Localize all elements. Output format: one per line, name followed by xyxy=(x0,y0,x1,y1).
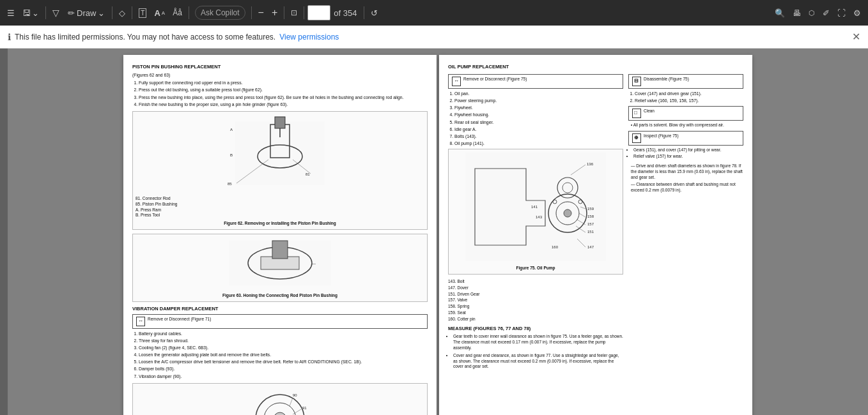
infobar-close-button[interactable]: ✕ xyxy=(852,32,860,42)
svg-text:90: 90 xyxy=(293,393,297,397)
separator-8 xyxy=(364,6,364,19)
subscript-icon: A xyxy=(162,10,165,16)
draw-button[interactable]: ✏ Draw ⌄ xyxy=(64,6,109,20)
step-item: Flywheel. xyxy=(454,105,623,110)
draw-filter-icon-btn[interactable]: ▽ xyxy=(49,5,63,20)
measure-dash-items: — Drive and driven shaft diameters as sh… xyxy=(628,163,743,193)
rotate-button[interactable]: ↺ xyxy=(368,6,381,20)
step-item: Idle gear A. xyxy=(454,126,623,132)
infobar: ℹ This file has limited permissions. You… xyxy=(0,26,868,49)
fit-page-icon: ⊡ xyxy=(291,8,297,17)
svg-text:91: 91 xyxy=(302,406,307,410)
figure-62-box: A B 85 81 81. Connector Rod 85. Piston P… xyxy=(132,111,428,230)
settings-button[interactable]: ⚙ xyxy=(850,6,864,20)
remove-disconnect-box: ↔ Remove or Disconnect (Figure 71) xyxy=(132,314,428,329)
print-button[interactable]: 🖶 xyxy=(789,6,804,20)
fig62-caption: Figure 62. Removing or Installing the Pi… xyxy=(133,221,427,227)
ask-copilot-label: Ask Copilot xyxy=(201,8,240,17)
inspect-item: Gears (151), and cover (147) for pitting… xyxy=(633,147,743,153)
step-item: Power steering pump. xyxy=(454,98,623,103)
search-button[interactable]: 🔍 xyxy=(771,6,788,20)
svg-text:157: 157 xyxy=(587,222,594,226)
heading-piston-pin: PISTON PIN BUSHING REPLACEMENT xyxy=(132,64,428,70)
pages-area[interactable]: PISTON PIN BUSHING REPLACEMENT (Figures … xyxy=(8,49,868,415)
clean-note: • All parts is solvent. Blow dry with co… xyxy=(631,123,743,128)
svg-text:143: 143 xyxy=(536,215,543,219)
fig62-parts: 81. Connector Rod 85. Piston Pin Bushing… xyxy=(133,195,427,220)
svg-point-16 xyxy=(256,395,304,415)
print-icon: 🖶 xyxy=(793,8,801,18)
svg-text:147: 147 xyxy=(587,245,594,249)
step-item: Finish the new bushing to the proper siz… xyxy=(139,102,428,107)
info-icon: ℹ xyxy=(8,32,11,42)
save2-button[interactable]: ✐ xyxy=(819,6,833,20)
save-chevron: ⌄ xyxy=(32,8,39,18)
svg-line-22 xyxy=(290,398,293,406)
piston-pin-steps: Fully support the connecting rod upper e… xyxy=(132,80,428,107)
svg-point-18 xyxy=(274,412,286,415)
font-aa-icon: Åå xyxy=(173,8,182,17)
remove-icon: ↔ xyxy=(136,317,145,326)
share-button[interactable]: ⬡ xyxy=(805,6,818,20)
separator-1 xyxy=(45,6,46,19)
sidebar-toggle[interactable] xyxy=(0,49,8,415)
ask-copilot-button[interactable]: Ask Copilot xyxy=(195,6,245,20)
fit-page-button[interactable]: ⊡ xyxy=(288,6,300,20)
figure-63-box: — Figure 63. Honing the Connecting Rod P… xyxy=(132,234,428,302)
measure-item: Gear teeth to cover inner wall clearance… xyxy=(453,334,623,351)
heading-piston-sub: (Figures 62 and 63) xyxy=(132,72,428,78)
highlight-icon: ◇ xyxy=(119,8,125,18)
font-a-icon: A xyxy=(154,8,160,18)
remove-label: Remove or Disconnect (Figure 71) xyxy=(148,317,211,322)
heading-measure: Measure (Figures 76, 77 and 78) xyxy=(448,326,623,332)
left-page: PISTON PIN BUSHING REPLACEMENT (Figures … xyxy=(123,55,437,415)
measure-item: Cover and gear end clearance, as shown i… xyxy=(453,353,623,370)
separator-4 xyxy=(189,6,189,19)
infobar-message: This file has limited permissions. You m… xyxy=(15,33,275,42)
svg-text:159: 159 xyxy=(587,207,594,211)
oil-remove-icon: ↔ xyxy=(452,77,461,86)
step-item: Three stay for fan shroud. xyxy=(139,338,428,343)
separator-5 xyxy=(251,6,252,19)
step-item: Loosen the generator adjusting plate bol… xyxy=(139,352,428,358)
fig63-caption: Figure 63. Honing the Connecting Rod Pis… xyxy=(133,293,427,299)
measure-list: Gear teeth to cover inner wall clearance… xyxy=(448,334,623,370)
draw-chevron: ⌄ xyxy=(98,8,105,18)
zoom-out-button[interactable]: − xyxy=(255,6,267,20)
oil-pump-content: ↔ Remove or Disconnect (Figure 75) Oil p… xyxy=(448,72,743,372)
step-item: Press out the old bushing, using a suita… xyxy=(139,87,428,93)
separator-7 xyxy=(304,6,304,19)
svg-rect-3 xyxy=(275,117,285,128)
vibration-remove-steps: Battery ground cables. Three stay for fa… xyxy=(132,331,428,379)
fullscreen-icon: ⛶ xyxy=(837,8,846,18)
zoom-in-button[interactable]: + xyxy=(268,6,281,20)
page-number-input[interactable]: 65 xyxy=(307,5,330,20)
step-item: Fully support the connecting rod upper e… xyxy=(139,80,428,86)
textbox-button[interactable]: T xyxy=(136,6,150,20)
highlight-button[interactable]: ◇ xyxy=(116,6,128,20)
separator-6 xyxy=(284,6,284,19)
page-total: of 354 xyxy=(334,8,357,18)
figure-62-svg: A B 85 81 xyxy=(222,112,337,195)
svg-text:151: 151 xyxy=(587,230,594,234)
save-icon: 🖫 xyxy=(22,8,31,18)
svg-text:158: 158 xyxy=(587,215,594,218)
step-item: Relief valve (160, 159, 158, 157). xyxy=(635,98,743,103)
textbox-icon: T xyxy=(139,8,146,18)
font-aa-button[interactable]: Åå xyxy=(169,6,185,20)
save-button[interactable]: 🖫 ⌄ xyxy=(19,6,42,20)
font-a-button[interactable]: A A xyxy=(151,6,168,20)
fullscreen-button[interactable]: ⛶ xyxy=(834,6,849,20)
disassemble-label: Disassemble (Figure 75) xyxy=(644,77,689,82)
step-item: Cooling fan (2) (figure 4, SEC. 6B3). xyxy=(139,345,428,351)
step-item: Bolts (143). xyxy=(454,133,623,139)
svg-text:A: A xyxy=(230,128,233,132)
figure-75-svg: 136 141 143 159 158 157 151 147 160 xyxy=(462,149,609,264)
menu-icon: ☰ xyxy=(7,8,15,18)
menu-button[interactable]: ☰ xyxy=(4,6,18,20)
disassemble-icon: ⊟ xyxy=(632,77,641,86)
clean-label: Clean xyxy=(644,109,655,114)
view-permissions-link[interactable]: View permissions xyxy=(279,33,339,42)
step-item: Loosen the A/C compressor drive belt ten… xyxy=(139,359,428,365)
step-item: Flywheel housing. xyxy=(454,112,623,117)
